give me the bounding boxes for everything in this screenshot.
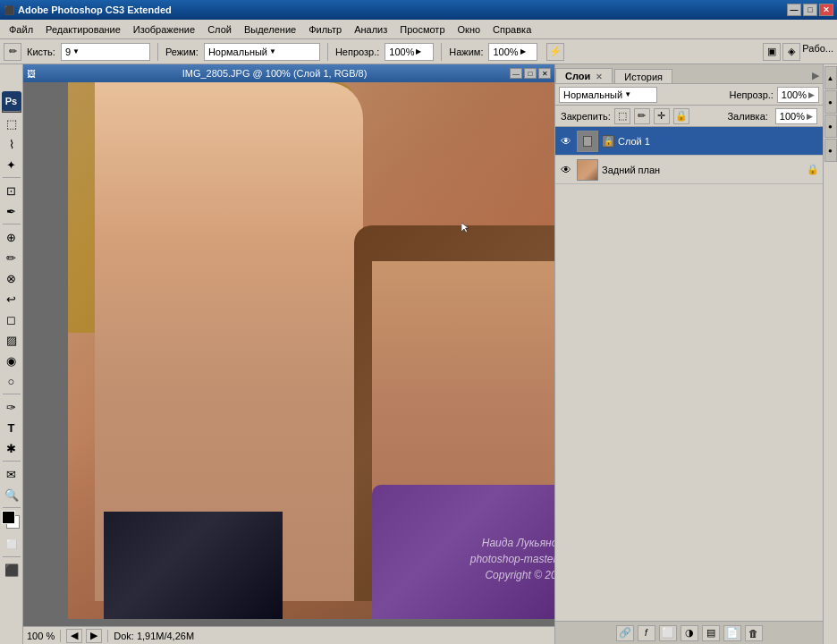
history-brush-tool[interactable]: ↩	[2, 289, 21, 309]
menu-edit[interactable]: Редактирование	[40, 22, 126, 37]
strip-btn-3[interactable]: ●	[824, 114, 837, 138]
divider-1	[157, 43, 158, 61]
layer-bg-visibility[interactable]: 👁	[559, 163, 573, 177]
layer-fx-btn[interactable]: f	[638, 625, 655, 641]
zoom-level: 100 %	[27, 631, 55, 641]
menu-analysis[interactable]: Анализ	[349, 22, 393, 37]
menu-file[interactable]: Файл	[4, 22, 38, 37]
layers-tab-close[interactable]: ✕	[596, 72, 603, 81]
strip-btn-4[interactable]: ●	[824, 139, 837, 162]
layer-new-btn[interactable]: 📄	[723, 625, 741, 641]
pressure-arrow: ▶	[520, 47, 526, 55]
layer-mask-btn[interactable]: ⬜	[659, 625, 677, 641]
layer-1-visibility[interactable]: 👁	[559, 134, 573, 148]
heal-tool[interactable]: ⊕	[2, 227, 21, 247]
layer-delete-btn[interactable]: 🗑	[745, 625, 763, 641]
photo-background: Наида Лукьянова photoshop-master.ru Copy…	[68, 82, 554, 619]
eyedropper-tool[interactable]: ✒	[2, 201, 21, 221]
layer-bg-name: Задний план	[602, 165, 803, 175]
blend-mode-dropdown[interactable]: Нормальный ▼	[559, 87, 657, 103]
app-title: ⬛ Adobe Photoshop CS3 Extended	[4, 4, 172, 15]
layer-row-1[interactable]: 👁 🔒 Слой 1	[555, 127, 823, 156]
main-layout: Ps ↖ ⬚ ⌇ ✦ ⊡ ✒ ⊕ ✏ ⊗ ↩ ◻ ▨ ◉ ○ ✑ T ✱ ✉ 🔍…	[0, 64, 837, 644]
color-picker[interactable]	[2, 511, 21, 529]
eraser-tool[interactable]: ◻	[2, 309, 21, 329]
notes-tool[interactable]: ✉	[2, 464, 21, 484]
layer-adj-btn[interactable]: ◑	[681, 625, 698, 641]
blend-mode-arrow: ▼	[624, 90, 631, 98]
gradient-tool[interactable]: ▨	[2, 330, 21, 350]
layer-row-bg[interactable]: 👁 Задний план 🔒	[555, 156, 823, 184]
text-tool[interactable]: T	[2, 418, 21, 437]
lock-paint-btn[interactable]: ✏	[634, 108, 650, 124]
brush-size-value: 9	[65, 47, 71, 57]
crop-tool[interactable]: ⊡	[2, 181, 21, 200]
lasso-tool[interactable]: ⌇	[2, 134, 21, 154]
prev-frame-btn[interactable]: ◀	[66, 629, 82, 643]
brush-size-arrow: ▼	[72, 47, 80, 55]
lock-all-btn[interactable]: 🔒	[673, 108, 689, 124]
foreground-color[interactable]	[2, 511, 15, 524]
dodge-tool[interactable]: ○	[2, 371, 21, 391]
watermark-line1: Наида Лукьянова	[470, 535, 554, 551]
path-tool[interactable]: ✑	[2, 397, 21, 417]
brush-tool-icon[interactable]: ✏	[4, 43, 21, 61]
layer-bottom-toolbar: 🔗 f ⬜ ◑ ▤ 📄 🗑	[555, 621, 823, 644]
screen-mode-btn[interactable]: ⬛	[2, 560, 21, 580]
strip-btn-2[interactable]: ●	[824, 90, 837, 114]
menu-filter[interactable]: Фильтр	[303, 22, 347, 37]
fill-arrow[interactable]: ▶	[807, 112, 813, 121]
canvas-area: Наида Лукьянова photoshop-master.ru Copy…	[23, 82, 554, 626]
tool-divider-2	[3, 224, 21, 225]
layer-link-btn[interactable]: 🔗	[616, 625, 634, 641]
close-button[interactable]: ✕	[819, 4, 833, 16]
menu-view[interactable]: Просмотр	[394, 22, 450, 37]
doc-close-btn[interactable]: ✕	[538, 68, 551, 79]
layer-bg-lock-icon: 🔒	[807, 164, 819, 175]
lock-label: Закрепить:	[561, 111, 611, 122]
shape-tool[interactable]: ✱	[2, 438, 21, 458]
panel-menu-arrow[interactable]: ▶	[808, 68, 823, 83]
doc-maximize-btn[interactable]: □	[524, 68, 537, 79]
document-title: IMG_2805.JPG @ 100% (Слой 1, RGB/8)	[182, 68, 368, 79]
pressure-dropdown[interactable]: 100% ▶	[488, 43, 537, 61]
doc-icon: 🖼	[27, 69, 36, 79]
clone-tool[interactable]: ⊗	[2, 268, 21, 288]
zoom-tool[interactable]: 🔍	[2, 485, 21, 504]
maximize-button[interactable]: □	[803, 4, 817, 16]
lock-move-btn[interactable]: ✛	[654, 108, 670, 124]
opacity-dropdown[interactable]: 100% ▶	[385, 43, 434, 61]
fill-label: Заливка:	[727, 111, 767, 122]
strip-btn-1[interactable]: ▲	[824, 66, 837, 89]
brush-tool[interactable]: ✏	[2, 248, 21, 267]
panel-btn-1[interactable]: ▣	[763, 43, 781, 61]
history-tab[interactable]: История	[614, 69, 672, 83]
airbrush-btn[interactable]: ⚡	[546, 43, 564, 61]
layer-1-thumb-content	[578, 131, 597, 151]
pressure-value: 100%	[493, 47, 518, 57]
menu-image[interactable]: Изображение	[128, 22, 200, 37]
layers-tab[interactable]: Слои ✕	[555, 68, 613, 83]
title-bar: ⬛ Adobe Photoshop CS3 Extended — □ ✕	[0, 0, 837, 20]
history-tab-label: История	[624, 72, 663, 82]
lock-transparent-btn[interactable]: ⬚	[614, 108, 630, 124]
quick-mask-btn[interactable]: ⬜	[2, 534, 21, 554]
next-frame-btn[interactable]: ▶	[86, 629, 102, 643]
marquee-tool[interactable]: ⬚	[2, 114, 21, 133]
menu-select[interactable]: Выделение	[239, 22, 301, 37]
opacity-arrow[interactable]: ▶	[808, 90, 815, 99]
opacity-value-box[interactable]: 100% ▶	[777, 87, 819, 103]
menu-layer[interactable]: Слой	[202, 22, 237, 37]
panel-btn-2[interactable]: ◈	[782, 43, 800, 61]
layer-group-btn[interactable]: ▤	[702, 625, 720, 641]
brush-size-dropdown[interactable]: 9 ▼	[61, 43, 150, 61]
opacity-label: Непрозр.:	[335, 47, 379, 57]
fill-value-box[interactable]: 100% ▶	[775, 108, 817, 124]
doc-minimize-btn[interactable]: —	[510, 68, 522, 79]
menu-window[interactable]: Окно	[452, 22, 486, 37]
mode-dropdown[interactable]: Нормальный ▼	[204, 43, 320, 61]
menu-help[interactable]: Справка	[487, 22, 537, 37]
blur-tool[interactable]: ◉	[2, 351, 21, 370]
magic-wand-tool[interactable]: ✦	[2, 155, 21, 174]
minimize-button[interactable]: —	[787, 4, 801, 16]
